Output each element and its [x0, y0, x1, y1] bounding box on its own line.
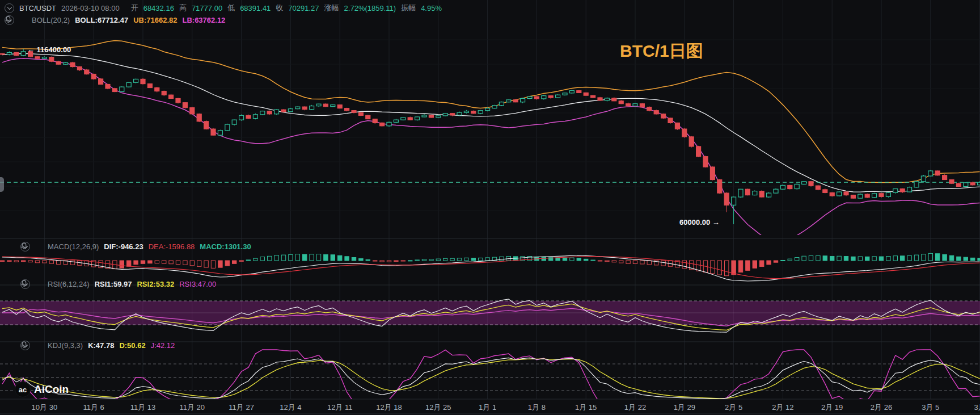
time-axis-label: 12月 25: [425, 403, 451, 413]
macd-indicator-row: MACD(12,26,9) DIF:-946.23 DEA:-1596.88 M…: [20, 242, 251, 251]
time-axis-label: 11月 20: [180, 403, 205, 413]
symbol-header-row: BTC/USDT 2026-03-10 08:00 开 68432.16 高 7…: [5, 3, 442, 13]
time-axis-label: 11月 13: [130, 403, 156, 413]
high-value: 71777.00: [192, 4, 222, 12]
open-value: 68432.16: [143, 4, 174, 12]
amplitude-value: 4.95%: [421, 4, 442, 12]
rsi-alert-bell-icon[interactable]: [35, 280, 43, 288]
symbol-label: BTC/USDT: [19, 4, 56, 12]
time-axis-label: 12月 18: [376, 403, 402, 413]
time-axis-label: 11月 6: [83, 403, 104, 413]
rsi-indicator-row: RSI(6,12,24) RSI1:59.97 RSI2:53.32 RSI3:…: [20, 279, 216, 289]
candles: [0, 49, 980, 224]
chart-canvas[interactable]: [0, 0, 980, 415]
high-label: 高: [179, 3, 187, 13]
collapse-chevron-icon[interactable]: [5, 3, 14, 13]
kdj-name: KDJ(9,3,3): [48, 341, 83, 350]
time-axis-label: 2月 19: [821, 403, 843, 413]
rsi-name: RSI(6,12,24): [48, 280, 90, 288]
bar-datetime: 2026-03-10 08:00: [61, 4, 120, 12]
kdj-alert-bell-icon[interactable]: [35, 342, 43, 350]
time-axis-label: 1月 1: [479, 403, 496, 413]
bottom-price-annotation: 60000.00 →: [679, 218, 720, 227]
time-axis-label: 1月 22: [624, 403, 646, 413]
kdj-d-value: D:50.62: [119, 341, 145, 350]
kdj-indicator-row: KDJ(9,3,3) K:47.78 D:50.62 J:42.12: [20, 341, 175, 350]
time-axis-label: 12月 4: [280, 403, 301, 413]
peak-price-annotation: ← 116400.00: [27, 45, 71, 54]
time-axis-label: 12月 11: [327, 403, 353, 413]
chart-app: BTC/USDT 2026-03-10 08:00 开 68432.16 高 7…: [0, 0, 980, 415]
time-axis-label: 3月: [974, 403, 980, 413]
time-axis-label: 2月 26: [871, 403, 892, 413]
rsi2-value: RSI2:53.32: [137, 280, 174, 288]
kdj-j-value: J:42.12: [151, 341, 175, 350]
time-axis-label: 11月 27: [229, 403, 254, 413]
time-axis-label: 10月 30: [32, 403, 58, 413]
rsi1-value: RSI1:59.97: [95, 280, 132, 288]
boll-alert-bell-icon[interactable]: [19, 16, 27, 24]
aicoin-logo: ac AiCoin: [15, 382, 69, 397]
macd-name: MACD(12,26,9): [48, 242, 99, 251]
change-value: 2.72%(1859.11): [344, 4, 396, 12]
time-axis-label: 2月 5: [725, 403, 742, 413]
low-label: 低: [227, 3, 235, 13]
time-axis-label: 2月 12: [772, 403, 793, 413]
kdj-k-value: K:47.78: [88, 341, 114, 350]
macd-dif-value: DIF:-946.23: [104, 242, 143, 251]
rsi3-value: RSI3:47.00: [179, 280, 216, 288]
time-axis-label: 1月 29: [674, 403, 695, 413]
time-axis[interactable]: 10月 3011月 611月 1311月 2011月 2712月 412月 11…: [0, 400, 980, 415]
boll-ub-value: UB:71662.82: [133, 16, 177, 24]
time-axis-label: 1月 15: [575, 403, 597, 413]
macd-pane: [0, 253, 980, 275]
open-label: 开: [131, 3, 138, 13]
boll-mid-value: BOLL:67712.47: [75, 16, 128, 24]
time-axis-label: 3月 5: [922, 403, 939, 413]
low-value: 68391.41: [240, 4, 271, 12]
amplitude-label: 振幅: [401, 3, 416, 13]
boll-name: BOLL(20,2): [32, 16, 70, 24]
macd-hist-value: MACD:1301.30: [200, 242, 251, 251]
aicoin-logo-icon: ac: [15, 382, 31, 397]
time-axis-label: 1月 8: [528, 403, 546, 413]
close-value: 70291.27: [288, 4, 319, 12]
close-label: 收: [276, 3, 283, 13]
macd-alert-bell-icon[interactable]: [35, 243, 43, 251]
change-label: 涨幅: [324, 3, 339, 13]
chart-watermark-title: BTC/1日图: [620, 40, 703, 63]
boll-indicator-row: BOLL(20,2) BOLL:67712.47 UB:71662.82 LB:…: [5, 15, 225, 25]
left-edge-drag-handle[interactable]: [0, 177, 4, 192]
boll-lb-value: LB:63762.12: [182, 16, 225, 24]
aicoin-brand-text: AiCoin: [34, 383, 69, 396]
macd-dea-value: DEA:-1596.88: [149, 242, 195, 251]
